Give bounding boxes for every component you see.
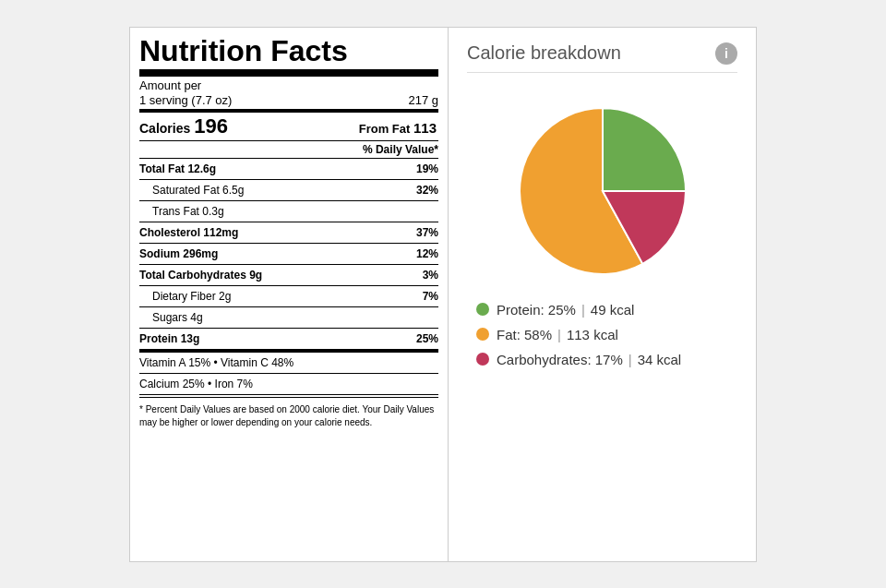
calorie-header: Calorie breakdown i — [467, 42, 737, 73]
legend: Protein: 25% | 49 kcalFat: 58% | 113 kca… — [467, 302, 737, 367]
nutrient-row: Dietary Fiber 2g7% — [139, 288, 438, 305]
vitamin-row: Vitamin A 15% • Vitamin C 48% — [139, 354, 438, 371]
calorie-panel: Calorie breakdown i Protein: 25% | 49 kc… — [449, 28, 756, 561]
calories-value: 196 — [194, 114, 228, 138]
legend-kcal: 49 kcal — [591, 302, 635, 318]
legend-name: Carbohydrates: 17% — [497, 352, 623, 367]
nutrient-rows: Total Fat 12.6g19%Saturated Fat 6.5g32%T… — [139, 161, 438, 347]
nutrient-pct: 25% — [416, 332, 438, 345]
nutrient-label: Sugars 4g — [139, 311, 438, 324]
vitamin-rows: Vitamin A 15% • Vitamin C 48%Calcium 25%… — [139, 354, 438, 395]
legend-name: Fat: 58% — [497, 327, 552, 342]
legend-name: Protein: 25% — [497, 302, 576, 318]
nutrient-pct: 32% — [416, 184, 438, 197]
calories-label: Calories — [139, 121, 190, 136]
nutrient-row: Cholesterol 112mg37% — [139, 224, 438, 241]
serving-size: 1 serving (7.7 oz) — [139, 93, 232, 107]
nutrient-label: Trans Fat 0.3g — [139, 205, 438, 218]
nutrient-label: Total Carbohydrates 9g — [139, 269, 423, 282]
nutrient-label: Saturated Fat 6.5g — [139, 184, 416, 197]
nutrient-row: Total Carbohydrates 9g3% — [139, 267, 438, 283]
nutrient-label: Protein 13g — [139, 332, 416, 345]
legend-dot — [476, 353, 489, 366]
nutrient-pct: 37% — [416, 226, 438, 239]
nutrient-label: Total Fat 12.6g — [139, 162, 416, 175]
nutrient-row: Sodium 296mg12% — [139, 246, 438, 262]
pie-chart — [510, 99, 695, 283]
legend-kcal: 34 kcal — [638, 352, 682, 367]
legend-kcal: 113 kcal — [567, 327, 618, 342]
info-icon[interactable]: i — [715, 42, 737, 65]
nutrient-label: Dietary Fiber 2g — [139, 290, 423, 303]
footnote: * Percent Daily Values are based on 2000… — [139, 403, 438, 429]
amount-per-label: Amount per — [139, 78, 438, 92]
nutrient-label: Cholesterol 112mg — [139, 226, 416, 239]
nutrient-pct: 12% — [416, 247, 438, 260]
legend-item: Fat: 58% | 113 kcal — [476, 327, 737, 342]
main-container: Nutrition Facts Amount per 1 serving (7.… — [129, 27, 757, 562]
nutrition-title: Nutrition Facts — [139, 35, 438, 67]
legend-dot — [476, 303, 489, 316]
legend-item: Carbohydrates: 17% | 34 kcal — [476, 352, 737, 367]
nutrient-row: Trans Fat 0.3g — [139, 203, 438, 220]
legend-divider: | — [629, 352, 632, 367]
legend-divider: | — [581, 302, 585, 318]
vitamin-row: Calcium 25% • Iron 7% — [139, 376, 438, 392]
legend-divider: | — [557, 327, 561, 342]
nutrient-row: Sugars 4g — [139, 309, 438, 326]
daily-value-header: % Daily Value* — [139, 143, 438, 156]
nutrient-pct: 19% — [416, 162, 438, 175]
nutrient-pct: 3% — [423, 269, 438, 282]
legend-item: Protein: 25% | 49 kcal — [476, 302, 737, 318]
nutrient-row: Protein 13g25% — [139, 330, 438, 347]
legend-dot — [476, 328, 489, 341]
nutrition-panel: Nutrition Facts Amount per 1 serving (7.… — [130, 28, 449, 561]
serving-weight: 217 g — [408, 93, 438, 107]
nutrient-pct: 7% — [423, 290, 438, 303]
nutrient-label: Sodium 296mg — [139, 247, 416, 260]
nutrient-row: Total Fat 12.6g19% — [139, 161, 438, 177]
from-fat-label: From Fat 113 — [359, 120, 438, 136]
calorie-title: Calorie breakdown — [467, 42, 621, 64]
nutrient-row: Saturated Fat 6.5g32% — [139, 182, 438, 198]
pie-container — [467, 80, 737, 293]
